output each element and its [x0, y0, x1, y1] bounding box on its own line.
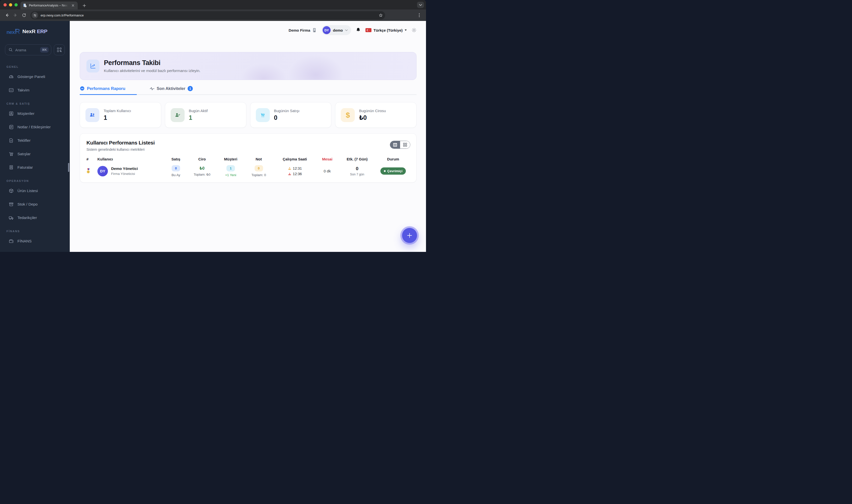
sidebar-item-faturalar[interactable]: Faturalar	[5, 161, 65, 174]
browser-menu-icon[interactable]	[416, 12, 422, 18]
chevron-down-icon	[345, 30, 348, 31]
sidebar-item-gosterge-paneli[interactable]: Gösterge Paneli	[5, 70, 65, 83]
stat-value: 1	[104, 114, 131, 121]
new-tab-button[interactable]	[81, 2, 87, 8]
site-info-icon[interactable]	[32, 12, 38, 18]
sidebar-item-tedarikciler[interactable]: Tedarikçiler	[5, 211, 65, 224]
col-musteri: Müşteri	[217, 157, 244, 161]
table-row[interactable]: 1 DY Demo Yönetici Firma Yöneticisi 0 Bu…	[87, 165, 410, 179]
user-name: demo	[333, 28, 343, 32]
user-menu[interactable]: DY demo	[322, 25, 351, 35]
tab-son-aktiviteler[interactable]: Son Aktiviteler 1	[150, 86, 193, 94]
wallet-icon	[8, 238, 14, 244]
sidebar-item-musteriler[interactable]: Müşteriler	[5, 107, 65, 120]
notes-icon	[8, 124, 14, 130]
cart-icon	[8, 151, 14, 157]
sidebar-item-urun-listesi[interactable]: Ürün Listesi	[5, 184, 65, 197]
page-title: Performans Takibi	[104, 59, 201, 67]
overtime-cell: 0 dk	[316, 169, 338, 173]
performance-list-card: Kullanıcı Performans Listesi Sistem gene…	[80, 133, 417, 183]
app-root: nexR NexR ERP Arama ⌘K	[0, 21, 426, 252]
col-ciro: Ciro	[187, 157, 217, 161]
nav-section-finans: FİNANS	[6, 230, 63, 233]
chart-line-icon	[87, 59, 99, 72]
stat-card-bugun-aktif: Bugün Aktif 1	[165, 102, 247, 128]
row-avatar: DY	[97, 166, 108, 176]
qr-scan-button[interactable]	[54, 44, 65, 55]
status-cell: Çevrimiçi	[377, 167, 410, 175]
table-view-button[interactable]	[390, 141, 400, 148]
stat-value: 1	[189, 114, 208, 121]
sidebar: nexR NexR ERP Arama ⌘K	[0, 21, 70, 252]
search-icon	[8, 48, 13, 52]
maximize-window-button[interactable]	[15, 3, 18, 6]
tab-performans-raporu[interactable]: Performans Raporu	[80, 86, 137, 95]
caret-down-icon	[404, 30, 407, 31]
sidebar-item-takvim[interactable]: Takvim	[5, 84, 65, 97]
url-bar[interactable]: erp.nexy.com.tr/Performance	[31, 11, 385, 19]
dollar-icon: $	[341, 108, 355, 122]
row-user-role: Firma Yöneticisi	[111, 172, 138, 176]
screen: PerformanceAnalysis – Nexa E	[0, 0, 426, 252]
document-icon	[8, 138, 14, 143]
sidebar-scrollbar[interactable]	[68, 163, 69, 172]
cart-check-icon	[256, 108, 270, 122]
minimize-window-button[interactable]	[9, 3, 12, 6]
browser-window: PerformanceAnalysis – Nexa E	[0, 0, 426, 252]
tab-search-button[interactable]	[417, 2, 424, 8]
brand-name: NexR ERP	[22, 29, 47, 34]
tab-close-icon[interactable]	[71, 3, 75, 8]
search-input[interactable]: Arama ⌘K	[5, 44, 51, 55]
package-icon	[8, 188, 14, 194]
brand-logo[interactable]: nexR NexR ERP	[0, 21, 70, 36]
theme-toggle-sun-icon[interactable]	[412, 28, 417, 33]
sales-cell: 0 Bu Ay	[165, 165, 187, 177]
users-icon	[86, 108, 99, 122]
sidebar-item-notlar[interactable]: Notlar / Etkileşimler	[5, 121, 65, 133]
nav-section-crm: CRM & SATIŞ	[6, 102, 63, 105]
company-switcher[interactable]: Demo Firma	[289, 28, 317, 32]
contact-card-icon	[8, 111, 14, 116]
bookmark-star-icon[interactable]	[377, 12, 384, 18]
sidebar-item-stok-depo[interactable]: Stok / Depo	[5, 198, 65, 211]
language-selector[interactable]: Türkçe (Türkiye)	[365, 28, 407, 32]
sidebar-item-satislar[interactable]: Satışlar	[5, 147, 65, 160]
online-dot-icon	[384, 170, 386, 172]
cards-view-button[interactable]	[400, 141, 410, 148]
truck-icon	[8, 215, 14, 220]
stat-card-toplam-kullanici: Toplam Kullanıcı 1	[80, 102, 161, 128]
nav-section-operasyon: OPERASYON	[6, 179, 63, 182]
note-badge: 0	[255, 165, 263, 172]
activity-pulse-icon	[150, 87, 155, 90]
browser-tab[interactable]: PerformanceAnalysis – Nexa E	[20, 1, 78, 10]
sidebar-item-teklifler[interactable]: Teklifler	[5, 134, 65, 147]
plus-icon	[407, 233, 412, 238]
col-etk: Etk. (7 Gün)	[338, 157, 377, 161]
close-window-button[interactable]	[3, 3, 7, 6]
sunrise-icon	[288, 167, 291, 170]
sidebar-item-finans[interactable]: FİNANS	[5, 235, 65, 248]
add-fab-button[interactable]	[402, 228, 417, 243]
notifications-bell-icon[interactable]	[356, 28, 361, 33]
company-name: Demo Firma	[289, 28, 310, 32]
col-durum: Durum	[377, 157, 410, 161]
stat-label: Bugün Aktif	[189, 109, 208, 113]
storage-icon	[8, 201, 14, 207]
content-tabs: Performans Raporu Son Aktiviteler 1	[80, 86, 417, 95]
stat-value: ₺0	[359, 114, 386, 121]
sidebar-nav: GENEL Gösterge Paneli Takvim CRM & SATIŞ…	[0, 65, 70, 252]
browser-toolbar: erp.nexy.com.tr/Performance	[0, 10, 426, 21]
tab-title: PerformanceAnalysis – Nexa E	[29, 4, 68, 7]
window-controls	[0, 3, 21, 6]
reload-button[interactable]	[20, 12, 28, 19]
col-mesai: Mesai	[316, 157, 338, 161]
nav-section-genel: GENEL	[6, 65, 63, 68]
forward-button[interactable]	[12, 12, 19, 19]
view-toggle	[390, 141, 410, 149]
col-satis: Satış	[165, 157, 187, 161]
status-badge: Çevrimiçi	[380, 167, 406, 175]
stat-card-bugunun-satisi: Bugünün Satışı 0	[250, 102, 331, 128]
col-not: Not	[244, 157, 273, 161]
user-check-icon	[171, 108, 185, 122]
back-button[interactable]	[3, 12, 11, 19]
